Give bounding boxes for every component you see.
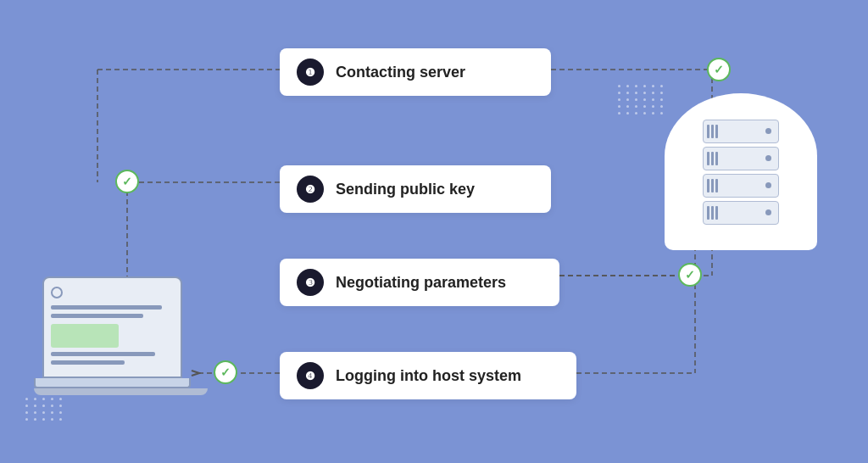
step-2-label: Sending public key <box>336 181 475 198</box>
step-2-box: ❷ Sending public key <box>280 165 551 213</box>
check-badge-2: ✓ <box>115 170 139 193</box>
screen-circle <box>51 287 63 298</box>
laptop-base <box>34 378 191 388</box>
step-1-label: Contacting server <box>336 64 465 81</box>
server-illustration <box>665 85 817 254</box>
step-4-label: Logging into host system <box>336 367 521 385</box>
server-unit-4 <box>703 201 779 225</box>
laptop-illustration <box>34 276 203 412</box>
server-unit-1 <box>703 120 779 143</box>
step-2-number: ❷ <box>297 176 324 203</box>
server-unit-3 <box>703 174 779 198</box>
screen-line-3 <box>51 352 155 356</box>
step-3-label: Negotiating parameters <box>336 274 506 292</box>
step-4-box: ❹ Logging into host system <box>280 352 576 399</box>
screen-line-2 <box>51 314 143 318</box>
step-1-number: ❶ <box>297 59 324 86</box>
server-unit-2 <box>703 147 779 170</box>
step-1-box: ❶ Contacting server <box>280 48 551 96</box>
laptop-screen <box>42 276 182 378</box>
server-cloud-bg <box>665 93 817 250</box>
screen-content <box>44 278 181 373</box>
step-3-number: ❸ <box>297 269 324 296</box>
screen-green-box <box>51 324 119 348</box>
screen-line-4 <box>51 360 125 365</box>
step-4-number: ❹ <box>297 362 324 389</box>
screen-line-1 <box>51 305 162 310</box>
diagram-container: ❶ Contacting server ✓ ❷ Sending public k… <box>0 0 868 463</box>
step-3-box: ❸ Negotiating parameters <box>280 259 559 306</box>
check-badge-1: ✓ <box>707 58 731 81</box>
check-badge-3: ✓ <box>678 263 702 287</box>
dot-grid-right <box>618 85 665 114</box>
laptop-foot <box>34 388 208 395</box>
server-stack <box>703 120 779 225</box>
check-badge-4: ✓ <box>214 360 237 384</box>
